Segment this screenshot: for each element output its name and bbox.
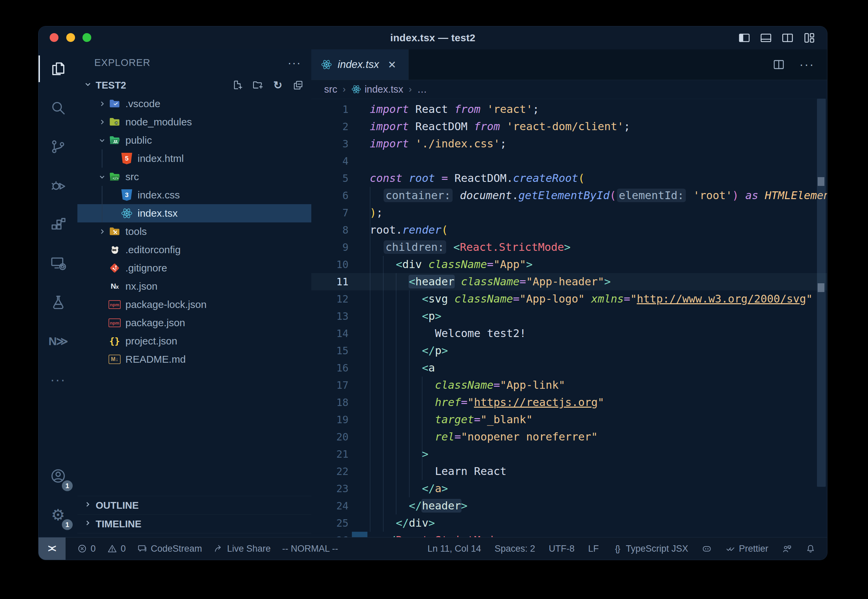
search-icon [50, 99, 66, 116]
toggle-primary-sidebar-icon[interactable] [738, 32, 751, 44]
code-text: <svg className="App-logo" xmlns="http://… [370, 290, 812, 308]
status-live-share[interactable]: Live Share [214, 543, 271, 554]
token: a [428, 361, 435, 374]
status-vim-mode[interactable]: -- NORMAL -- [282, 543, 338, 554]
feedback-icon [782, 543, 792, 554]
activity-testing[interactable] [39, 283, 77, 322]
line-number: 9 [311, 239, 349, 256]
explorer-more-actions-icon[interactable]: ··· [287, 56, 301, 69]
activity-accounts[interactable]: 1 [39, 456, 77, 495]
tree-item-index-html[interactable]: 5index.html [77, 149, 311, 168]
tree-item-src[interactable]: </>src [77, 168, 311, 186]
folder-public-icon [108, 134, 121, 146]
code-text: children: <React.StrictMode> [370, 239, 570, 256]
chevron-right-icon [96, 117, 108, 127]
line-number: 22 [311, 463, 349, 480]
tree-item-package-lock-json[interactable]: npmpackage-lock.json [77, 295, 311, 314]
activity-nx-console[interactable]: N≫ [39, 322, 77, 360]
more-actions-icon[interactable]: ··· [799, 58, 812, 71]
status-encoding[interactable]: UTF-8 [549, 543, 575, 554]
token: ReactDOM [454, 172, 506, 185]
code-line-23: 23 </a> [311, 480, 827, 497]
status-cursor-position[interactable]: Ln 11, Col 14 [427, 543, 481, 554]
tree-item-tools[interactable]: tools [77, 223, 311, 241]
activity-extensions[interactable] [39, 205, 77, 244]
status-feedback[interactable] [782, 543, 792, 554]
tree-item-label: node_modules [125, 116, 192, 128]
tree-item-index-css[interactable]: 3index.css [77, 186, 311, 204]
token [370, 275, 409, 288]
toggle-secondary-sidebar-icon[interactable] [781, 32, 794, 44]
tree-item--vscode[interactable]: .vscode [77, 95, 311, 113]
token: className [454, 292, 513, 305]
tab-index-tsx[interactable]: index.tsx ✕ [311, 49, 409, 80]
tree-item-project-json[interactable]: {}project.json [77, 332, 311, 350]
token: "App-logo" [519, 292, 585, 305]
tree-item-index-tsx[interactable]: index.tsx [77, 204, 311, 223]
activity-search[interactable] [39, 88, 77, 127]
activity-explorer[interactable] [39, 49, 77, 88]
code-text: const root = ReactDOM.createRoot( [370, 170, 585, 187]
status-problems-warnings[interactable]: 0 [107, 543, 126, 554]
new-folder-icon[interactable] [252, 80, 263, 91]
status-copilot[interactable] [702, 543, 712, 554]
status-indentation[interactable]: Spaces: 2 [495, 543, 535, 554]
comment-icon [137, 543, 147, 554]
workspace-name: TEST2 [96, 80, 126, 91]
editor-group: index.tsx ✕ ··· src›index.tsx›… 1import … [311, 49, 827, 537]
code-line-24: 24 </header> [311, 497, 827, 515]
editor-scrollbar[interactable] [817, 99, 826, 487]
collapse-all-icon[interactable] [292, 80, 304, 91]
split-editor-icon[interactable] [772, 58, 785, 71]
editorconfig-icon [108, 244, 121, 256]
tree-item-package-json[interactable]: npmpackage.json [77, 314, 311, 332]
status-codestream[interactable]: CodeStream [137, 543, 202, 554]
line-number: 16 [311, 359, 349, 376]
tree-item-nx-json[interactable]: Nxnx.json [77, 277, 311, 295]
panel-outline[interactable]: OUTLINE [77, 496, 311, 515]
tree-item-readme-md[interactable]: M↓README.md [77, 350, 311, 369]
tree-item-public[interactable]: public [77, 131, 311, 149]
token: > [422, 447, 428, 461]
toggle-panel-icon[interactable] [760, 32, 772, 44]
activity-run-debug[interactable] [39, 166, 77, 205]
token: " [597, 396, 604, 409]
close-tab-icon[interactable]: ✕ [388, 59, 396, 71]
activity-settings[interactable]: ⚙1 [39, 495, 77, 534]
customize-layout-icon[interactable] [803, 32, 815, 44]
badge: 1 [62, 480, 73, 491]
chevron-down-icon [96, 172, 108, 182]
code-line-1: 1import React from 'react'; [311, 101, 827, 118]
new-file-icon[interactable] [232, 80, 243, 91]
tree-item--editorconfig[interactable]: .editorconfig [77, 241, 311, 259]
activity-source-control[interactable] [39, 127, 77, 166]
workspace-section-header[interactable]: TEST2 ↻ [77, 76, 311, 95]
status-language-mode[interactable]: {}TypeScript JSX [612, 543, 688, 554]
tree-item-node-modules[interactable]: JSnode_modules [77, 113, 311, 131]
tree-item--gitignore[interactable]: .gitignore [77, 259, 311, 277]
refresh-icon[interactable]: ↻ [272, 80, 284, 91]
breadcrumb-item[interactable]: … [417, 84, 427, 95]
panel-timeline[interactable]: TIMELINE [77, 515, 311, 533]
token: </ [422, 344, 435, 357]
breadcrumb-item[interactable]: index.tsx [365, 84, 403, 95]
code-line-22: 22 Learn React [311, 463, 827, 480]
token: > [564, 241, 570, 254]
editor-tab-bar: index.tsx ✕ ··· [311, 49, 827, 80]
status-remote[interactable]: >< [39, 537, 66, 560]
code-text: </React.StrictMode> [370, 532, 507, 537]
activity-remote-explorer[interactable] [39, 244, 77, 283]
code-area[interactable]: 1import React from 'react';2import React… [311, 99, 827, 537]
status-problems-errors[interactable]: 0 [77, 543, 96, 554]
breadcrumb-item[interactable]: src [324, 84, 337, 95]
word-highlight: header [422, 499, 461, 512]
status-notifications[interactable] [805, 543, 815, 554]
token: document [460, 189, 512, 202]
code-text: className="App-link" [370, 376, 565, 394]
remote-explorer-icon [50, 255, 66, 272]
status-prettier[interactable]: Prettier [725, 543, 768, 554]
token [370, 361, 422, 374]
activity-additional-views[interactable]: ··· [39, 360, 77, 399]
status-eol[interactable]: LF [588, 543, 599, 554]
status-label: Ln 11, Col 14 [427, 543, 481, 554]
